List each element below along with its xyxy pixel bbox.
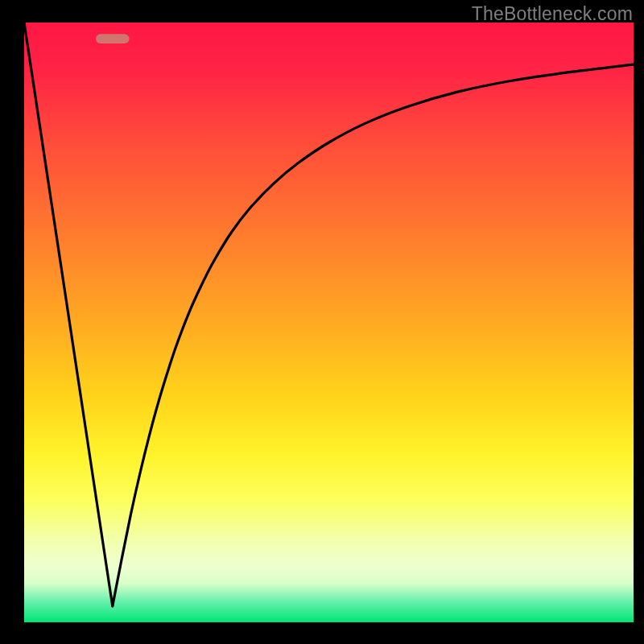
plot-area	[24, 23, 634, 622]
vertex-marker	[96, 34, 130, 43]
outer-frame: TheBottleneck.com	[0, 0, 644, 644]
gradient-background	[24, 23, 634, 622]
watermark-text: TheBottleneck.com	[472, 3, 633, 25]
plot-svg	[24, 23, 634, 622]
